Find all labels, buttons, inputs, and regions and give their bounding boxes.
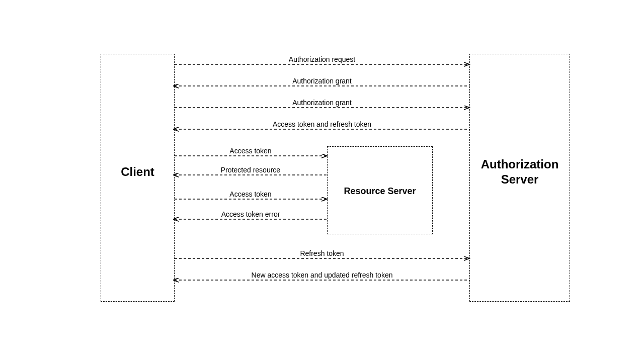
msg-access-token-error: Access token error (221, 210, 280, 218)
authserver-label-line1: Authorization (470, 157, 570, 171)
authserver-box: Authorization Server (469, 54, 570, 302)
resource-box: Resource Server (327, 146, 433, 234)
msg-new-access-token: New access token and updated refresh tok… (252, 271, 393, 279)
msg-authorization-grant-1: Authorization grant (292, 77, 352, 85)
client-label: Client (101, 165, 174, 179)
resource-label: Resource Server (328, 186, 432, 197)
msg-authorization-request: Authorization request (289, 55, 355, 63)
msg-refresh-token: Refresh token (300, 249, 344, 257)
authserver-label-line2: Server (470, 172, 570, 187)
msg-access-refresh-token: Access token and refresh token (273, 120, 371, 128)
msg-access-token-2: Access token (229, 190, 271, 198)
msg-access-token-1: Access token (229, 147, 271, 155)
oauth-flow-diagram: Client Authorization Server Resource Ser… (0, 0, 644, 362)
msg-protected-resource: Protected resource (221, 166, 280, 174)
client-box: Client (101, 54, 175, 302)
msg-authorization-grant-2: Authorization grant (292, 99, 352, 107)
